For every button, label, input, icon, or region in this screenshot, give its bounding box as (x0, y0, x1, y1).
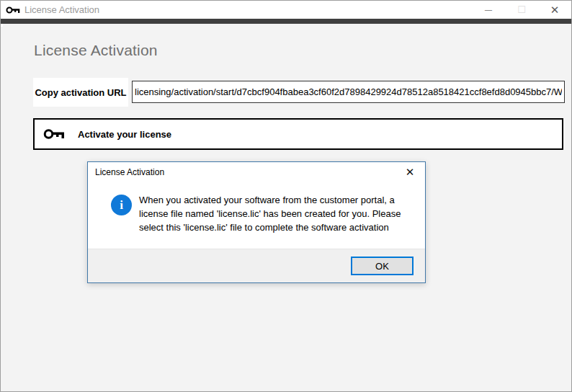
dialog-message: When you activated your software from th… (139, 194, 414, 235)
activate-license-button[interactable]: Activate your license (33, 118, 563, 150)
activation-url-input[interactable] (132, 81, 565, 103)
key-icon (6, 5, 20, 15)
close-icon[interactable]: ✕ (538, 1, 571, 19)
dialog-close-icon[interactable]: ✕ (399, 162, 421, 182)
copy-activation-url-button[interactable]: Copy activation URL (33, 78, 128, 107)
window-controls: ─ ☐ ✕ (472, 1, 571, 19)
maximize-icon[interactable]: ☐ (505, 1, 538, 19)
activate-license-label: Activate your license (78, 129, 171, 140)
ok-button[interactable]: OK (351, 257, 414, 275)
license-activation-dialog: License Activation ✕ i When you activate… (87, 161, 426, 283)
dialog-title-bar: License Activation ✕ (88, 162, 425, 182)
window-title: License Activation (24, 4, 99, 15)
app-window: License Activation ─ ☐ ✕ License Activat… (0, 0, 572, 392)
title-bar: License Activation ─ ☐ ✕ (1, 1, 571, 19)
minimize-icon[interactable]: ─ (472, 1, 505, 19)
info-icon: i (111, 195, 132, 215)
dialog-footer: OK (88, 249, 425, 282)
page-title: License Activation (34, 42, 158, 59)
dialog-body: i When you activated your software from … (88, 182, 425, 250)
titlebar-divider (1, 19, 571, 24)
dialog-title: License Activation (95, 167, 164, 177)
key-icon (43, 127, 65, 141)
